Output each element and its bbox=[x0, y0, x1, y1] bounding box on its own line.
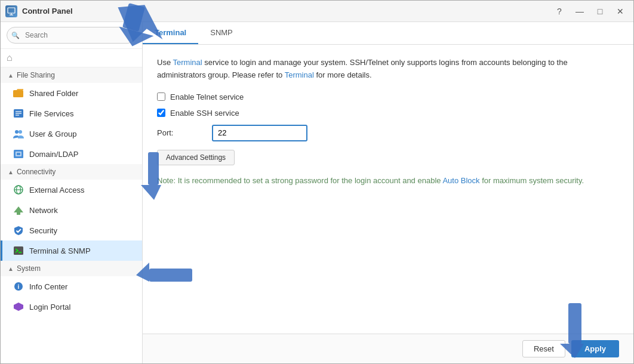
login-portal-icon bbox=[13, 301, 24, 313]
app-icon bbox=[5, 5, 17, 17]
external-access-icon bbox=[13, 184, 24, 196]
sidebar-item-terminal-snmp[interactable]: Terminal & SNMP bbox=[1, 240, 142, 261]
tab-snmp[interactable]: SNMP bbox=[198, 22, 245, 44]
reset-button[interactable]: Reset bbox=[522, 340, 565, 357]
ssh-option-row: Enable SSH service bbox=[157, 109, 619, 118]
search-wrap bbox=[7, 27, 136, 44]
minimize-button[interactable]: — bbox=[571, 5, 588, 18]
sidebar-item-file-services[interactable]: File Services bbox=[1, 103, 142, 124]
section-system-label: System bbox=[17, 264, 41, 273]
main-layout: ⌂ ▲ File Sharing Shared Folder File Serv… bbox=[1, 22, 633, 363]
content-body: Use Terminal service to login and manage… bbox=[143, 45, 633, 334]
file-services-icon bbox=[13, 107, 24, 119]
search-input[interactable] bbox=[7, 27, 136, 44]
window-title: Control Panel bbox=[22, 7, 551, 16]
svg-rect-0 bbox=[8, 8, 15, 13]
note-prefix: Note: It is recommended to set a strong … bbox=[157, 176, 442, 185]
sidebar-item-network[interactable]: Network bbox=[1, 200, 142, 220]
terminal-link-top[interactable]: Terminal bbox=[173, 58, 202, 67]
advanced-settings-button[interactable]: Advanced Settings bbox=[157, 150, 235, 165]
main-window: Control Panel ? — □ ✕ ⌂ ▲ File Shar bbox=[0, 0, 634, 364]
section-connectivity-label: Connectivity bbox=[17, 168, 56, 176]
sidebar-item-external-access[interactable]: External Access bbox=[1, 180, 142, 200]
home-button[interactable]: ⌂ bbox=[1, 49, 142, 67]
collapse-arrow-connectivity: ▲ bbox=[8, 169, 14, 175]
security-icon bbox=[13, 224, 24, 236]
collapse-arrow-file-sharing: ▲ bbox=[8, 72, 14, 79]
home-icon: ⌂ bbox=[7, 53, 17, 63]
sidebar-item-login-portal[interactable]: Login Portal bbox=[1, 297, 142, 317]
enable-ssh-checkbox[interactable] bbox=[157, 109, 165, 117]
description-text: Use Terminal service to login and manage… bbox=[157, 57, 605, 82]
sidebar-item-label: Security bbox=[29, 226, 57, 235]
enable-telnet-checkbox[interactable] bbox=[157, 92, 165, 101]
network-icon bbox=[13, 204, 24, 216]
apply-button[interactable]: Apply bbox=[571, 340, 619, 357]
search-area bbox=[1, 22, 142, 49]
domain-icon bbox=[13, 148, 24, 160]
svg-marker-21 bbox=[14, 303, 23, 311]
sidebar-item-label: Shared Folder bbox=[29, 89, 78, 98]
enable-ssh-label[interactable]: Enable SSH service bbox=[170, 109, 239, 118]
help-button[interactable]: ? bbox=[551, 5, 568, 18]
terminal-icon bbox=[13, 245, 24, 257]
sidebar-item-user-group[interactable]: User & Group bbox=[1, 124, 142, 144]
note-suffix: for maximum system security. bbox=[480, 176, 584, 185]
content-area: Terminal SNMP Use Terminal service to lo… bbox=[143, 22, 633, 363]
section-connectivity: ▲ Connectivity bbox=[1, 164, 142, 180]
sidebar-item-label: External Access bbox=[29, 186, 85, 195]
port-label: Port: bbox=[157, 128, 205, 137]
section-system: ▲ System bbox=[1, 261, 142, 276]
svg-rect-12 bbox=[17, 153, 20, 155]
window-controls: ? — □ ✕ bbox=[551, 5, 629, 18]
restore-button[interactable]: □ bbox=[592, 5, 608, 18]
auto-block-link[interactable]: Auto Block bbox=[442, 176, 479, 185]
sidebar-item-label: Terminal & SNMP bbox=[29, 246, 91, 255]
sidebar: ⌂ ▲ File Sharing Shared Folder File Serv… bbox=[1, 22, 143, 363]
tab-terminal[interactable]: Terminal bbox=[143, 22, 198, 44]
port-input[interactable] bbox=[212, 125, 307, 141]
note-text: Note: It is recommended to set a strong … bbox=[157, 175, 605, 187]
sidebar-item-label: Login Portal bbox=[29, 303, 70, 311]
title-bar: Control Panel ? — □ ✕ bbox=[1, 1, 633, 22]
svg-rect-3 bbox=[13, 90, 23, 97]
sidebar-item-label: File Services bbox=[29, 109, 73, 118]
svg-text:i: i bbox=[18, 283, 20, 290]
sidebar-item-label: Network bbox=[29, 206, 58, 215]
sidebar-item-info-center[interactable]: i Info Center bbox=[1, 276, 142, 297]
section-file-sharing: ▲ File Sharing bbox=[1, 67, 142, 83]
footer-bar: Reset Apply bbox=[143, 334, 633, 363]
port-row: Port: bbox=[157, 125, 619, 141]
tab-bar: Terminal SNMP bbox=[143, 22, 633, 45]
info-center-icon: i bbox=[13, 280, 24, 292]
sidebar-item-shared-folder[interactable]: Shared Folder bbox=[1, 83, 142, 103]
user-group-icon bbox=[13, 128, 24, 140]
svg-rect-16 bbox=[17, 211, 20, 215]
telnet-option-row: Enable Telnet service bbox=[157, 92, 619, 101]
sidebar-item-label: Info Center bbox=[29, 282, 67, 291]
sidebar-item-label: Domain/LDAP bbox=[29, 150, 78, 159]
section-file-sharing-label: File Sharing bbox=[17, 71, 55, 79]
terminal-link-ref[interactable]: Terminal bbox=[285, 70, 314, 79]
shared-folder-icon bbox=[13, 87, 24, 99]
enable-telnet-label[interactable]: Enable Telnet service bbox=[170, 92, 244, 101]
svg-point-9 bbox=[19, 130, 22, 134]
sidebar-item-label: User & Group bbox=[29, 129, 76, 138]
close-button[interactable]: ✕ bbox=[612, 5, 629, 18]
collapse-arrow-system: ▲ bbox=[8, 266, 14, 272]
sidebar-item-domain-ldap[interactable]: Domain/LDAP bbox=[1, 144, 142, 164]
sidebar-item-security[interactable]: Security bbox=[1, 220, 142, 240]
svg-point-8 bbox=[15, 130, 19, 134]
